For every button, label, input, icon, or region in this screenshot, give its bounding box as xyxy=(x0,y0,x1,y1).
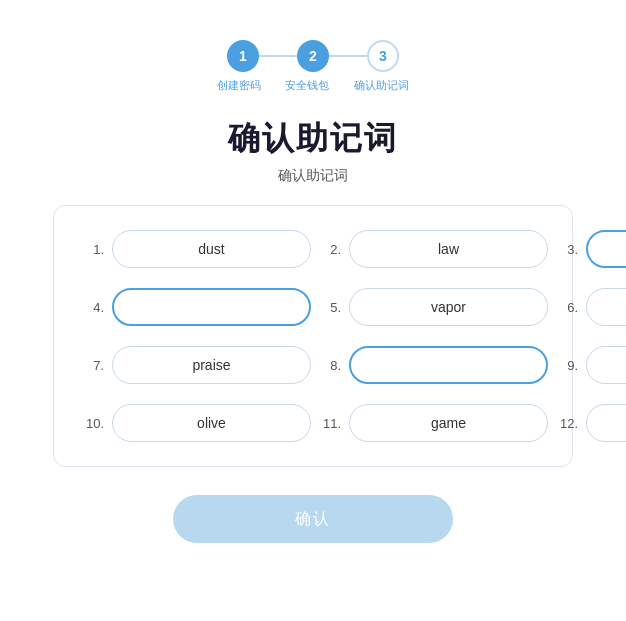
word-cell-11: 11. xyxy=(321,404,548,442)
word-cell-1: 1. xyxy=(84,230,311,268)
word-input-11[interactable] xyxy=(349,404,548,442)
word-index-3: 3. xyxy=(558,242,578,257)
stepper: 1 2 3 创建密码 安全钱包 确认助记词 xyxy=(205,40,421,93)
step-circle-2: 2 xyxy=(297,40,329,72)
word-index-5: 5. xyxy=(321,300,341,315)
word-card: 1.2.3.4.5.6.7.8.9.10.11.12. xyxy=(53,205,573,467)
page-title: 确认助记词 xyxy=(228,117,398,161)
word-cell-10: 10. xyxy=(84,404,311,442)
word-cell-3: 3. xyxy=(558,230,626,268)
sub-title: 确认助记词 xyxy=(278,167,348,185)
word-input-5[interactable] xyxy=(349,288,548,326)
word-input-1[interactable] xyxy=(112,230,311,268)
word-input-7[interactable] xyxy=(112,346,311,384)
word-index-1: 1. xyxy=(84,242,104,257)
word-grid: 1.2.3.4.5.6.7.8.9.10.11.12. xyxy=(84,230,542,442)
word-index-7: 7. xyxy=(84,358,104,373)
word-input-9[interactable] xyxy=(586,346,626,384)
step-line-2 xyxy=(329,55,367,57)
word-index-4: 4. xyxy=(84,300,104,315)
main-container: 1 2 3 创建密码 安全钱包 确认助记词 确认助记词 确认助记词 1.2.3.… xyxy=(0,0,626,621)
step-circle-3: 3 xyxy=(367,40,399,72)
step-label-3: 确认助记词 xyxy=(341,78,421,93)
word-input-10[interactable] xyxy=(112,404,311,442)
word-index-6: 6. xyxy=(558,300,578,315)
confirm-button[interactable]: 确认 xyxy=(173,495,453,543)
word-input-2[interactable] xyxy=(349,230,548,268)
word-index-11: 11. xyxy=(321,416,341,431)
word-index-8: 8. xyxy=(321,358,341,373)
word-cell-8: 8. xyxy=(321,346,548,384)
word-input-8[interactable] xyxy=(349,346,548,384)
stepper-circles: 1 2 3 xyxy=(227,40,399,72)
word-input-6[interactable] xyxy=(586,288,626,326)
word-input-3[interactable] xyxy=(586,230,626,268)
word-input-4[interactable] xyxy=(112,288,311,326)
word-index-10: 10. xyxy=(84,416,104,431)
word-cell-12: 12. xyxy=(558,404,626,442)
word-cell-6: 6. xyxy=(558,288,626,326)
word-cell-5: 5. xyxy=(321,288,548,326)
word-input-12[interactable] xyxy=(586,404,626,442)
step-circle-1: 1 xyxy=(227,40,259,72)
word-cell-9: 9. xyxy=(558,346,626,384)
word-cell-2: 2. xyxy=(321,230,548,268)
word-index-2: 2. xyxy=(321,242,341,257)
step-label-1: 创建密码 xyxy=(205,78,273,93)
word-cell-4: 4. xyxy=(84,288,311,326)
step-label-2: 安全钱包 xyxy=(273,78,341,93)
word-index-9: 9. xyxy=(558,358,578,373)
stepper-labels: 创建密码 安全钱包 确认助记词 xyxy=(205,78,421,93)
word-index-12: 12. xyxy=(558,416,578,431)
step-line-1 xyxy=(259,55,297,57)
word-cell-7: 7. xyxy=(84,346,311,384)
